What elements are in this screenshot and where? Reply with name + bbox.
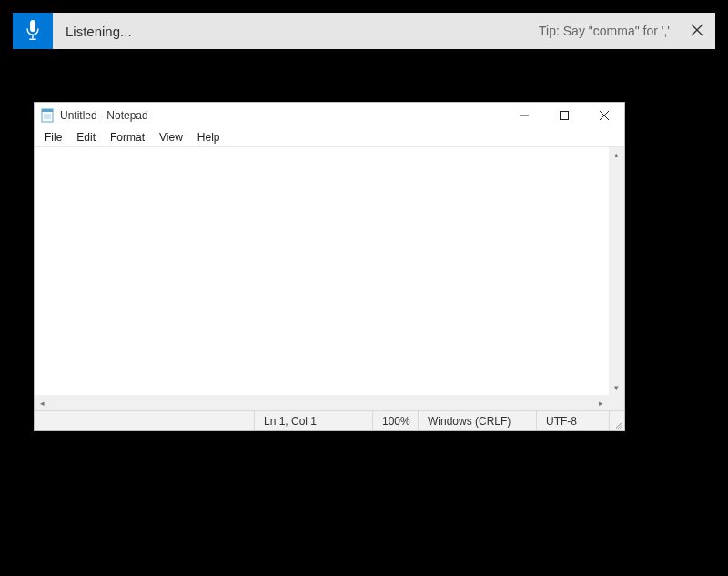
- notepad-icon: [40, 108, 55, 123]
- editor-area: ▴ ▾: [35, 147, 624, 395]
- menu-file[interactable]: File: [38, 130, 68, 145]
- notepad-window: Untitled - Notepad File Edit Format View…: [34, 102, 625, 431]
- menu-bar: File Edit Format View Help: [35, 128, 624, 147]
- svg-rect-1: [42, 109, 53, 112]
- close-button[interactable]: [584, 103, 624, 128]
- hscroll-track[interactable]: [50, 395, 593, 410]
- minimize-button[interactable]: [504, 103, 544, 128]
- speech-bar: Listening... Tip: Say "comma" for ',': [13, 13, 715, 49]
- scroll-corner: [609, 395, 624, 410]
- window-title: Untitled - Notepad: [60, 109, 148, 122]
- vertical-scrollbar[interactable]: ▴ ▾: [609, 147, 624, 395]
- minimize-icon: [520, 109, 529, 123]
- horizontal-scrollbar[interactable]: ◂ ▸: [35, 395, 624, 410]
- close-icon: [600, 109, 609, 123]
- text-editor[interactable]: [35, 147, 609, 395]
- maximize-button[interactable]: [544, 103, 584, 128]
- chevron-right-icon: ▸: [599, 399, 603, 408]
- microphone-button[interactable]: [13, 13, 53, 49]
- status-position: Ln 1, Col 1: [254, 411, 372, 430]
- status-encoding: UTF-8: [536, 411, 609, 430]
- speech-status-text: Listening...: [66, 24, 132, 39]
- status-line-ending: Windows (CRLF): [418, 411, 536, 430]
- close-icon: [691, 24, 703, 39]
- menu-edit[interactable]: Edit: [70, 130, 102, 145]
- menu-format[interactable]: Format: [104, 130, 151, 145]
- microphone-icon: [25, 20, 41, 43]
- chevron-up-icon: ▴: [614, 150, 619, 159]
- resize-grip[interactable]: [609, 411, 624, 430]
- scroll-right-button[interactable]: ▸: [593, 395, 609, 410]
- menu-view[interactable]: View: [153, 130, 189, 145]
- status-zoom: 100%: [372, 411, 418, 430]
- scroll-up-button[interactable]: ▴: [609, 147, 624, 162]
- speech-tip-text: Tip: Say "comma" for ',': [539, 24, 670, 38]
- scroll-down-button[interactable]: ▾: [609, 379, 624, 395]
- svg-rect-5: [561, 111, 569, 119]
- scroll-left-button[interactable]: ◂: [35, 395, 50, 410]
- menu-help[interactable]: Help: [191, 130, 227, 145]
- maximize-icon: [560, 109, 569, 123]
- speech-close-button[interactable]: [679, 13, 715, 49]
- status-bar: Ln 1, Col 1 100% Windows (CRLF) UTF-8: [35, 410, 624, 430]
- chevron-left-icon: ◂: [40, 399, 45, 408]
- chevron-down-icon: ▾: [614, 383, 619, 392]
- status-empty: [35, 411, 254, 430]
- titlebar[interactable]: Untitled - Notepad: [35, 103, 624, 128]
